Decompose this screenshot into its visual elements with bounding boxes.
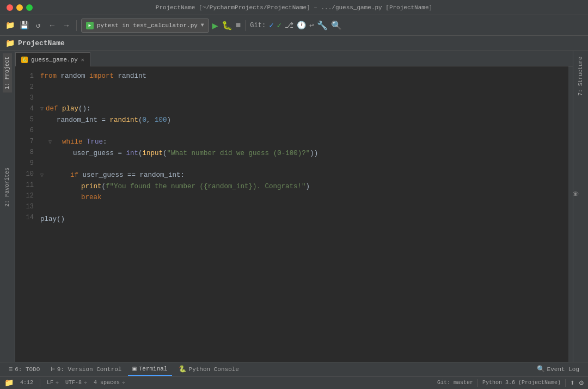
separator-1 (76, 20, 77, 31)
separator-2 (245, 20, 246, 31)
tab-todo[interactable]: ≡ 6: TODO (4, 362, 44, 376)
python-value: Python 3.6 (ProjectName) (482, 380, 561, 386)
todo-icon: ≡ (9, 366, 13, 373)
event-log-icon: 🔍 (537, 365, 545, 373)
file-tabs: 🐍 guess_game.py ✕ 👁 (15, 51, 573, 66)
minimize-button[interactable] (16, 4, 23, 11)
git-icon-status: 📁 (4, 378, 14, 387)
save-icon[interactable]: 💾 (19, 20, 29, 31)
folder-open-icon: 📁 (5, 39, 15, 48)
code-editor: 1 2 3 4 5 6 7 8 9 10 11 12 13 14 from ra… (15, 66, 573, 376)
eye-icon: 👁 (572, 190, 579, 199)
status-encoding[interactable]: UTF-8 ÷ (65, 380, 87, 386)
wrench-icon[interactable]: 🔧 (317, 20, 328, 31)
terminal-tab-icon: ▣ (132, 365, 136, 373)
python-console-label: Python Console (189, 366, 239, 373)
status-line-ending[interactable]: LF ÷ (47, 380, 59, 386)
file-tab-name: guess_game.py (31, 57, 78, 63)
terminal-tab-label: Terminal (139, 366, 168, 372)
debug-button[interactable]: 🐛 (222, 20, 232, 31)
tab-version-control[interactable]: ⊢ 9: Version Control (46, 362, 126, 376)
window-title: ProjectName [~/PycharmProjects/ProjectNa… (156, 4, 432, 11)
event-log-label: Event Log (547, 366, 579, 373)
line-numbers: 1 2 3 4 5 6 7 8 9 10 11 12 13 14 (15, 66, 38, 376)
favorites-sidebar: 2: Favorites (0, 160, 15, 214)
git-branch-icon[interactable]: ⎇ (285, 21, 293, 30)
status-right: Git: master Python 3.6 (ProjectName) ⬆ ⚙ (437, 378, 584, 387)
sidebar-tab-favorites[interactable]: 2: Favorites (3, 164, 12, 210)
git-status-icon: 📁 (4, 378, 14, 387)
run-config-dropdown-icon[interactable]: ▼ (201, 22, 204, 28)
tab-python-console[interactable]: 🐍 Python Console (174, 362, 243, 376)
titlebar: ProjectName [~/PycharmProjects/ProjectNa… (0, 0, 588, 15)
sidebar-tab-structure[interactable]: 7: Structure (576, 53, 585, 99)
code-content[interactable]: from random import randint ▽def play(): … (38, 66, 568, 376)
file-tab-close[interactable]: ✕ (81, 57, 84, 63)
search-icon[interactable]: 🔍 (331, 20, 342, 31)
git-label: Git: (250, 22, 266, 29)
encoding-sep: ÷ (84, 380, 87, 386)
git-revert-icon[interactable]: ↩ (309, 21, 314, 30)
todo-label: 6: TODO (15, 366, 40, 373)
git-history-icon[interactable]: 🕐 (297, 21, 306, 30)
sep3 (565, 379, 566, 387)
bottom-tabs-bar: ≡ 6: TODO ⊢ 9: Version Control ▣ Termina… (0, 362, 588, 376)
git-check-green-icon[interactable]: ✓ (277, 21, 281, 30)
sep2 (477, 379, 478, 387)
back-icon[interactable]: ← (47, 20, 58, 31)
git-status-value: Git: master (437, 380, 473, 386)
run-button[interactable]: ▶ (212, 20, 218, 32)
main-layout: 1: Project 🐍 guess_game.py ✕ 👁 1 2 3 4 5… (0, 51, 588, 376)
encoding-value: UTF-8 (65, 380, 82, 386)
maximize-button[interactable] (26, 4, 33, 11)
indent-sep: ÷ (122, 380, 125, 386)
sidebar-tab-project[interactable]: 1: Project (3, 53, 12, 92)
file-tab-guess-game[interactable]: 🐍 guess_game.py ✕ (15, 52, 90, 66)
line-ending-value: LF (47, 380, 53, 386)
stop-button[interactable]: ■ (236, 21, 241, 30)
right-structure-sidebar: 7: Structure (573, 51, 588, 376)
git-check-icon[interactable]: ✓ (269, 21, 273, 30)
position-value: 4:12 (20, 380, 33, 386)
status-python[interactable]: Python 3.6 (ProjectName) (482, 380, 561, 386)
run-config-selector[interactable]: ▶ pytest in test_calculator.py ▼ (81, 18, 209, 33)
project-bar: 📁 ProjectName (0, 36, 588, 51)
forward-icon[interactable]: → (61, 20, 72, 31)
close-button[interactable] (7, 4, 13, 11)
status-git[interactable]: Git: master (437, 380, 473, 386)
window-controls[interactable] (7, 4, 33, 11)
editor-area: 🐍 guess_game.py ✕ 👁 1 2 3 4 5 6 7 8 9 10… (15, 51, 573, 376)
indent-value: 4 spaces (94, 380, 120, 386)
sep1 (40, 379, 40, 387)
project-name: ProjectName (18, 39, 65, 47)
folder-icon[interactable]: 📁 (4, 20, 15, 31)
status-position[interactable]: 4:12 (20, 380, 33, 386)
tab-terminal[interactable]: ▣ Terminal (128, 362, 171, 376)
upload-icon[interactable]: ⬆ (570, 378, 574, 387)
toolbar: 📁 💾 ↺ ← → ▶ pytest in test_calculator.py… (0, 15, 588, 36)
settings-icon[interactable]: ⚙ (579, 378, 584, 387)
python-console-icon: 🐍 (179, 365, 187, 373)
status-indent[interactable]: 4 spaces ÷ (94, 380, 125, 386)
python-file-icon: 🐍 (21, 57, 28, 63)
vc-icon: ⊢ (51, 365, 54, 373)
run-config-name: pytest in test_calculator.py (97, 22, 198, 29)
editor-scrollbar[interactable] (568, 66, 573, 376)
status-bar: 📁 4:12 LF ÷ UTF-8 ÷ 4 spaces ÷ Git: mast… (0, 376, 588, 389)
line-ending-sep: ÷ (56, 380, 59, 386)
vc-label: 9: Version Control (57, 366, 122, 373)
refresh-icon[interactable]: ↺ (33, 20, 44, 31)
run-config-icon: ▶ (86, 22, 94, 29)
tab-event-log[interactable]: 🔍 Event Log (532, 362, 584, 376)
